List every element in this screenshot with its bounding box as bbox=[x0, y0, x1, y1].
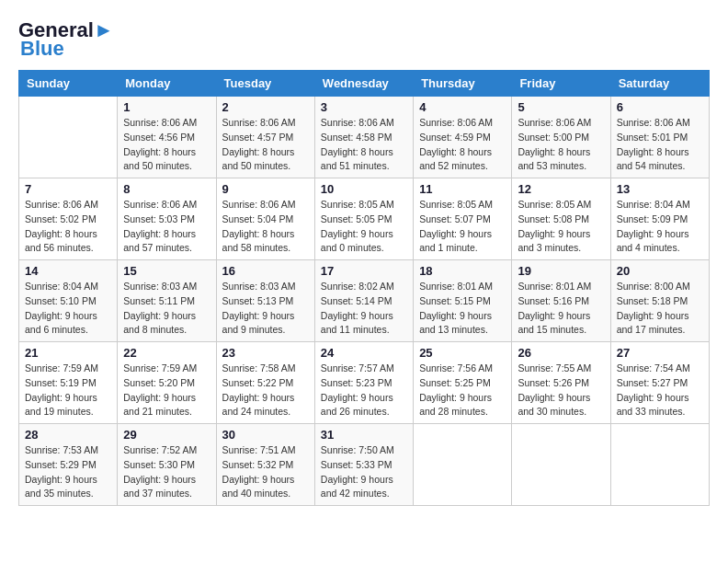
calendar-cell: 30Sunrise: 7:51 AMSunset: 5:32 PMDayligh… bbox=[216, 424, 314, 506]
day-number: 13 bbox=[617, 182, 703, 196]
calendar-cell: 15Sunrise: 8:03 AMSunset: 5:11 PMDayligh… bbox=[118, 260, 216, 342]
day-number: 5 bbox=[518, 100, 604, 114]
day-detail: Sunrise: 8:00 AMSunset: 5:18 PMDaylight:… bbox=[617, 280, 703, 338]
calendar-cell bbox=[512, 424, 610, 506]
day-detail: Sunrise: 7:54 AMSunset: 5:27 PMDaylight:… bbox=[617, 362, 703, 419]
calendar-week-2: 7Sunrise: 8:06 AMSunset: 5:02 PMDaylight… bbox=[19, 178, 710, 260]
logo: General► Blue bbox=[18, 18, 114, 61]
day-number: 21 bbox=[25, 346, 111, 360]
day-number: 30 bbox=[222, 428, 309, 442]
calendar-cell: 23Sunrise: 7:58 AMSunset: 5:22 PMDayligh… bbox=[216, 342, 314, 424]
day-number: 28 bbox=[25, 428, 111, 442]
day-detail: Sunrise: 8:06 AMSunset: 4:58 PMDaylight:… bbox=[321, 116, 407, 174]
day-detail: Sunrise: 8:05 AMSunset: 5:08 PMDaylight:… bbox=[518, 198, 604, 256]
day-detail: Sunrise: 8:01 AMSunset: 5:15 PMDaylight:… bbox=[419, 280, 506, 338]
day-number: 25 bbox=[419, 346, 506, 360]
day-number: 24 bbox=[321, 346, 407, 360]
calendar-week-5: 28Sunrise: 7:53 AMSunset: 5:29 PMDayligh… bbox=[19, 424, 710, 506]
day-header-wednesday: Wednesday bbox=[314, 71, 413, 97]
calendar-cell: 31Sunrise: 7:50 AMSunset: 5:33 PMDayligh… bbox=[314, 424, 413, 506]
logo-line2: Blue bbox=[20, 37, 64, 61]
calendar-cell: 5Sunrise: 8:06 AMSunset: 5:00 PMDaylight… bbox=[512, 97, 610, 178]
day-detail: Sunrise: 7:53 AMSunset: 5:29 PMDaylight:… bbox=[25, 443, 111, 501]
day-header-monday: Monday bbox=[118, 71, 216, 97]
day-number: 8 bbox=[123, 182, 210, 196]
day-detail: Sunrise: 8:06 AMSunset: 4:56 PMDaylight:… bbox=[123, 116, 210, 174]
calendar-cell: 13Sunrise: 8:04 AMSunset: 5:09 PMDayligh… bbox=[610, 178, 709, 260]
calendar-cell: 21Sunrise: 7:59 AMSunset: 5:19 PMDayligh… bbox=[19, 342, 118, 424]
calendar-body: 1Sunrise: 8:06 AMSunset: 4:56 PMDaylight… bbox=[19, 97, 710, 506]
day-detail: Sunrise: 7:55 AMSunset: 5:26 PMDaylight:… bbox=[518, 362, 604, 419]
day-header-tuesday: Tuesday bbox=[216, 71, 314, 97]
calendar-week-3: 14Sunrise: 8:04 AMSunset: 5:10 PMDayligh… bbox=[19, 260, 710, 342]
day-detail: Sunrise: 8:06 AMSunset: 4:57 PMDaylight:… bbox=[222, 116, 309, 174]
day-detail: Sunrise: 7:50 AMSunset: 5:33 PMDaylight:… bbox=[321, 443, 407, 501]
day-header-friday: Friday bbox=[512, 71, 610, 97]
day-number: 14 bbox=[25, 264, 111, 278]
day-detail: Sunrise: 8:06 AMSunset: 5:00 PMDaylight:… bbox=[518, 116, 604, 174]
calendar-cell: 2Sunrise: 8:06 AMSunset: 4:57 PMDaylight… bbox=[216, 97, 314, 178]
day-number: 3 bbox=[321, 100, 407, 114]
day-number: 19 bbox=[518, 264, 604, 278]
calendar-cell: 1Sunrise: 8:06 AMSunset: 4:56 PMDaylight… bbox=[118, 97, 216, 178]
day-header-saturday: Saturday bbox=[610, 71, 709, 97]
day-detail: Sunrise: 8:02 AMSunset: 5:14 PMDaylight:… bbox=[321, 280, 407, 338]
day-number: 6 bbox=[617, 100, 703, 114]
calendar-cell: 3Sunrise: 8:06 AMSunset: 4:58 PMDaylight… bbox=[314, 97, 413, 178]
day-detail: Sunrise: 8:03 AMSunset: 5:11 PMDaylight:… bbox=[123, 280, 210, 338]
calendar-cell bbox=[414, 424, 512, 506]
calendar-cell: 19Sunrise: 8:01 AMSunset: 5:16 PMDayligh… bbox=[512, 260, 610, 342]
calendar-cell: 20Sunrise: 8:00 AMSunset: 5:18 PMDayligh… bbox=[610, 260, 709, 342]
day-number: 22 bbox=[123, 346, 210, 360]
calendar-cell: 28Sunrise: 7:53 AMSunset: 5:29 PMDayligh… bbox=[19, 424, 118, 506]
calendar-week-4: 21Sunrise: 7:59 AMSunset: 5:19 PMDayligh… bbox=[19, 342, 710, 424]
day-number: 12 bbox=[518, 182, 604, 196]
calendar-cell: 22Sunrise: 7:59 AMSunset: 5:20 PMDayligh… bbox=[118, 342, 216, 424]
calendar-cell: 11Sunrise: 8:05 AMSunset: 5:07 PMDayligh… bbox=[414, 178, 512, 260]
calendar-cell: 7Sunrise: 8:06 AMSunset: 5:02 PMDaylight… bbox=[19, 178, 118, 260]
day-detail: Sunrise: 8:03 AMSunset: 5:13 PMDaylight:… bbox=[222, 280, 309, 338]
day-detail: Sunrise: 8:06 AMSunset: 5:03 PMDaylight:… bbox=[123, 198, 210, 256]
day-detail: Sunrise: 8:06 AMSunset: 5:01 PMDaylight:… bbox=[617, 116, 703, 174]
day-number: 4 bbox=[419, 100, 506, 114]
day-number: 20 bbox=[617, 264, 703, 278]
day-number: 10 bbox=[321, 182, 407, 196]
day-number: 7 bbox=[25, 182, 111, 196]
day-detail: Sunrise: 7:59 AMSunset: 5:19 PMDaylight:… bbox=[25, 362, 111, 419]
day-header-thursday: Thursday bbox=[414, 71, 512, 97]
calendar-cell: 16Sunrise: 8:03 AMSunset: 5:13 PMDayligh… bbox=[216, 260, 314, 342]
calendar-week-1: 1Sunrise: 8:06 AMSunset: 4:56 PMDaylight… bbox=[19, 97, 710, 178]
day-number: 16 bbox=[222, 264, 309, 278]
day-detail: Sunrise: 7:51 AMSunset: 5:32 PMDaylight:… bbox=[222, 443, 309, 501]
calendar-cell bbox=[610, 424, 709, 506]
calendar-cell: 10Sunrise: 8:05 AMSunset: 5:05 PMDayligh… bbox=[314, 178, 413, 260]
calendar-cell: 29Sunrise: 7:52 AMSunset: 5:30 PMDayligh… bbox=[118, 424, 216, 506]
calendar-cell: 9Sunrise: 8:06 AMSunset: 5:04 PMDaylight… bbox=[216, 178, 314, 260]
day-detail: Sunrise: 8:05 AMSunset: 5:05 PMDaylight:… bbox=[321, 198, 407, 256]
day-number: 26 bbox=[518, 346, 604, 360]
day-detail: Sunrise: 7:57 AMSunset: 5:23 PMDaylight:… bbox=[321, 362, 407, 419]
calendar-cell: 4Sunrise: 8:06 AMSunset: 4:59 PMDaylight… bbox=[414, 97, 512, 178]
day-number: 27 bbox=[617, 346, 703, 360]
day-detail: Sunrise: 7:59 AMSunset: 5:20 PMDaylight:… bbox=[123, 362, 210, 419]
day-detail: Sunrise: 8:05 AMSunset: 5:07 PMDaylight:… bbox=[419, 198, 506, 256]
day-number: 29 bbox=[123, 428, 210, 442]
calendar-cell: 24Sunrise: 7:57 AMSunset: 5:23 PMDayligh… bbox=[314, 342, 413, 424]
calendar-cell: 25Sunrise: 7:56 AMSunset: 5:25 PMDayligh… bbox=[414, 342, 512, 424]
calendar-cell bbox=[19, 97, 118, 178]
day-header-sunday: Sunday bbox=[19, 71, 118, 97]
calendar-cell: 17Sunrise: 8:02 AMSunset: 5:14 PMDayligh… bbox=[314, 260, 413, 342]
day-detail: Sunrise: 7:56 AMSunset: 5:25 PMDaylight:… bbox=[419, 362, 506, 419]
day-detail: Sunrise: 7:52 AMSunset: 5:30 PMDaylight:… bbox=[123, 443, 210, 501]
calendar-cell: 8Sunrise: 8:06 AMSunset: 5:03 PMDaylight… bbox=[118, 178, 216, 260]
day-detail: Sunrise: 8:01 AMSunset: 5:16 PMDaylight:… bbox=[518, 280, 604, 338]
calendar-cell: 6Sunrise: 8:06 AMSunset: 5:01 PMDaylight… bbox=[610, 97, 709, 178]
day-number: 11 bbox=[419, 182, 506, 196]
calendar-cell: 27Sunrise: 7:54 AMSunset: 5:27 PMDayligh… bbox=[610, 342, 709, 424]
calendar-cell: 26Sunrise: 7:55 AMSunset: 5:26 PMDayligh… bbox=[512, 342, 610, 424]
day-detail: Sunrise: 7:58 AMSunset: 5:22 PMDaylight:… bbox=[222, 362, 309, 419]
day-detail: Sunrise: 8:06 AMSunset: 5:02 PMDaylight:… bbox=[25, 198, 111, 256]
day-number: 17 bbox=[321, 264, 407, 278]
calendar-cell: 12Sunrise: 8:05 AMSunset: 5:08 PMDayligh… bbox=[512, 178, 610, 260]
day-number: 1 bbox=[123, 100, 210, 114]
